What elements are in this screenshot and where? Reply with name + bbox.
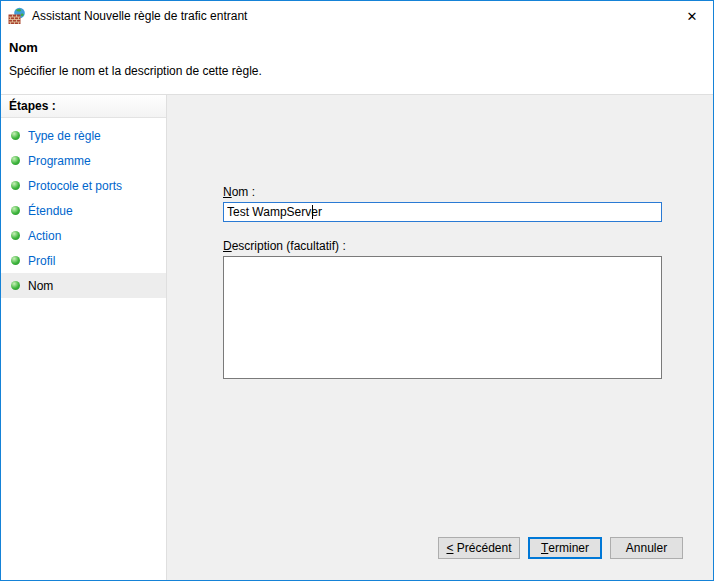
- sidebar-item-nom[interactable]: Nom: [1, 273, 166, 298]
- firewall-icon: [8, 7, 26, 25]
- window-title: Assistant Nouvelle règle de trafic entra…: [32, 9, 247, 23]
- sidebar-item-programme[interactable]: Programme: [1, 148, 166, 173]
- step-label: Profil: [28, 254, 55, 268]
- step-list: Type de règle Programme Protocole et por…: [1, 123, 166, 298]
- step-label: Étendue: [28, 204, 73, 218]
- wizard-window: Assistant Nouvelle règle de trafic entra…: [0, 0, 714, 581]
- description-field-label: Description (facultatif) :: [223, 239, 346, 253]
- step-label: Action: [28, 229, 61, 243]
- sidebar-item-type-de-regle[interactable]: Type de règle: [1, 123, 166, 148]
- steps-sidebar: Étapes : Type de règle Programme Protoco…: [1, 95, 167, 580]
- finish-button[interactable]: Terminer: [528, 537, 602, 559]
- name-input[interactable]: [223, 202, 662, 222]
- text-caret: [312, 205, 313, 219]
- step-complete-bullet-icon: [11, 206, 20, 215]
- step-label: Nom: [28, 279, 53, 293]
- step-complete-bullet-icon: [11, 256, 20, 265]
- page-subtitle: Spécifier le nom et la description de ce…: [9, 55, 713, 78]
- close-button[interactable]: ✕: [675, 1, 709, 31]
- step-complete-bullet-icon: [11, 231, 20, 240]
- main-content: Nom : Description (facultatif) : < Précé…: [167, 95, 713, 580]
- step-complete-bullet-icon: [11, 156, 20, 165]
- step-label: Programme: [28, 154, 91, 168]
- wizard-header: Nom Spécifier le nom et la description d…: [1, 31, 713, 94]
- steps-heading: Étapes :: [1, 95, 166, 118]
- wizard-button-row: < Précédent Terminer Annuler: [438, 537, 683, 559]
- step-complete-bullet-icon: [11, 181, 20, 190]
- name-input-wrap: [223, 202, 662, 222]
- name-field-label: Nom :: [223, 185, 255, 199]
- sidebar-item-etendue[interactable]: Étendue: [1, 198, 166, 223]
- sidebar-item-action[interactable]: Action: [1, 223, 166, 248]
- close-icon: ✕: [687, 9, 698, 24]
- sidebar-item-profil[interactable]: Profil: [1, 248, 166, 273]
- step-complete-bullet-icon: [11, 281, 20, 290]
- step-complete-bullet-icon: [11, 131, 20, 140]
- previous-button[interactable]: < Précédent: [438, 537, 520, 559]
- titlebar: Assistant Nouvelle règle de trafic entra…: [1, 1, 713, 31]
- sidebar-item-protocole-et-ports[interactable]: Protocole et ports: [1, 173, 166, 198]
- page-title: Nom: [9, 31, 713, 55]
- wizard-body: Étapes : Type de règle Programme Protoco…: [1, 94, 713, 580]
- description-textarea[interactable]: [223, 256, 662, 379]
- step-label: Protocole et ports: [28, 179, 122, 193]
- step-label: Type de règle: [28, 129, 101, 143]
- cancel-button[interactable]: Annuler: [610, 537, 683, 559]
